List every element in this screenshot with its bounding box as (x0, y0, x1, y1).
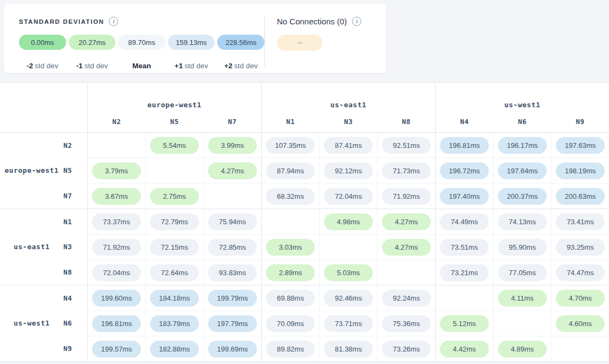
latency-pill[interactable]: 70.09ms (266, 315, 315, 332)
row-node-label: N2 (63, 141, 87, 150)
latency-pill[interactable]: 89.82ms (266, 341, 315, 358)
latency-pill[interactable]: 3.03ms (266, 239, 315, 256)
row-region-label: us-east1 (0, 243, 63, 251)
latency-pill[interactable]: 68.32ms (266, 188, 315, 205)
latency-pill[interactable]: 196.17ms (498, 137, 547, 154)
matrix-cell: 69.88ms (261, 285, 319, 310)
matrix-cell: 72.15ms (145, 234, 203, 259)
latency-pill[interactable]: 5.12ms (440, 315, 489, 332)
latency-pill[interactable]: 197.64ms (498, 162, 547, 179)
matrix-cell: 199.60ms (87, 285, 145, 310)
latency-pill[interactable]: 3.79ms (92, 162, 141, 179)
latency-pill[interactable]: 199.69ms (208, 341, 257, 358)
info-icon[interactable]: i (109, 17, 118, 26)
row-node-label: N9 (63, 344, 87, 353)
latency-pill[interactable]: 75.36ms (382, 315, 431, 332)
latency-pill[interactable]: 3.99ms (208, 137, 257, 154)
legend-label-text: -1std dev (76, 62, 108, 70)
latency-pill[interactable]: 93.83ms (208, 264, 257, 281)
latency-pill[interactable]: 74.47ms (556, 264, 605, 281)
latency-pill[interactable]: 197.63ms (556, 137, 605, 154)
latency-pill[interactable]: 73.21ms (440, 264, 489, 281)
latency-pill[interactable]: 87.94ms (266, 162, 315, 179)
latency-pill[interactable]: 4.60ms (556, 315, 605, 332)
matrix-row-N9: N9199.57ms182.88ms199.69ms89.82ms81.38ms… (0, 336, 609, 361)
latency-pill[interactable]: 77.05ms (498, 264, 547, 281)
matrix-cell (493, 310, 551, 336)
latency-pill[interactable]: 4.98ms (324, 213, 373, 230)
latency-pill[interactable]: 87.41ms (324, 137, 373, 154)
latency-pill[interactable]: 92.12ms (324, 162, 373, 179)
header-node-N2: N2 (88, 110, 146, 132)
latency-pill[interactable]: 69.88ms (266, 290, 315, 307)
info-icon[interactable]: i (352, 17, 361, 26)
latency-pill[interactable]: 5.03ms (324, 264, 373, 281)
latency-pill[interactable]: 4.42ms (440, 341, 489, 358)
matrix-row-N6: us-west1N6196.81ms183.79ms197.79ms70.09m… (0, 310, 609, 336)
latency-pill[interactable]: 73.51ms (440, 239, 489, 256)
matrix-header: europe-west1N2N5N7us-east1N1N3N8us-west1… (0, 83, 609, 132)
latency-pill[interactable]: 2.89ms (266, 264, 315, 281)
latency-pill[interactable]: 93.25ms (556, 239, 605, 256)
latency-pill[interactable]: 4.70ms (556, 290, 605, 307)
latency-pill[interactable]: 92.51ms (382, 137, 431, 154)
latency-pill[interactable]: 4.11ms (498, 290, 547, 307)
latency-pill[interactable]: 5.54ms (150, 137, 199, 154)
matrix-cell: 197.79ms (203, 310, 261, 336)
latency-pill[interactable]: 71.92ms (382, 188, 431, 205)
latency-pill[interactable]: 4.27ms (382, 213, 431, 230)
latency-pill[interactable]: 95.90ms (498, 239, 547, 256)
matrix-cell: 4.27ms (203, 158, 261, 183)
latency-pill[interactable]: 199.60ms (92, 290, 141, 307)
matrix-cell: 196.81ms (87, 310, 145, 336)
header-group-us-east1: us-east1N1N3N8 (261, 83, 435, 132)
latency-pill[interactable]: 4.27ms (208, 162, 257, 179)
latency-pill[interactable]: 92.46ms (324, 290, 373, 307)
latency-pill[interactable]: 92.24ms (382, 290, 431, 307)
matrix-cell: 72.85ms (203, 234, 261, 259)
latency-pill[interactable]: 2.75ms (150, 188, 199, 205)
latency-pill[interactable]: 71.73ms (382, 162, 431, 179)
latency-pill[interactable]: 72.04ms (324, 188, 373, 205)
latency-pill[interactable]: 196.72ms (440, 162, 489, 179)
latency-pill[interactable]: 74.49ms (440, 213, 489, 230)
latency-pill[interactable]: 197.79ms (208, 315, 257, 332)
latency-pill[interactable]: 182.88ms (150, 341, 199, 358)
latency-pill[interactable]: 200.63ms (556, 188, 605, 205)
latency-pill[interactable]: 197.40ms (440, 188, 489, 205)
latency-pill[interactable]: 75.94ms (208, 213, 257, 230)
latency-pill[interactable]: 198.19ms (556, 162, 605, 179)
latency-pill[interactable]: 81.38ms (324, 341, 373, 358)
latency-pill[interactable]: 196.81ms (92, 315, 141, 332)
latency-pill[interactable]: 200.37ms (498, 188, 547, 205)
row-header-N3: us-east1N3 (0, 234, 87, 259)
matrix-cell: 72.04ms (87, 259, 145, 285)
latency-pill[interactable]: 4.89ms (498, 341, 547, 358)
matrix-cell (319, 234, 377, 259)
latency-pill[interactable]: 72.15ms (150, 239, 199, 256)
legend-label: Mean (118, 56, 165, 70)
matrix-cell: 4.60ms (551, 310, 609, 336)
latency-pill[interactable]: 73.26ms (382, 341, 431, 358)
latency-pill[interactable]: 4.27ms (382, 239, 431, 256)
latency-pill[interactable]: 199.79ms (208, 290, 257, 307)
header-region-label: us-east1 (262, 83, 435, 110)
latency-pill[interactable]: 74.13ms (498, 213, 547, 230)
row-header-N9: N9 (0, 336, 87, 361)
latency-pill[interactable]: 196.81ms (440, 137, 489, 154)
latency-pill[interactable]: 72.85ms (208, 239, 257, 256)
latency-pill[interactable]: 183.79ms (150, 315, 199, 332)
latency-pill[interactable]: 72.79ms (150, 213, 199, 230)
legend-pill-plus2: 228.56ms (217, 35, 264, 50)
latency-pill[interactable]: 107.35ms (266, 137, 315, 154)
latency-pill[interactable]: 184.18ms (150, 290, 199, 307)
latency-pill[interactable]: 73.37ms (92, 213, 141, 230)
latency-pill[interactable]: 199.57ms (92, 341, 141, 358)
latency-pill[interactable]: 73.71ms (324, 315, 373, 332)
latency-pill[interactable]: 72.64ms (150, 264, 199, 281)
matrix-row-N8: N872.04ms72.64ms93.83ms2.89ms5.03ms73.21… (0, 259, 609, 285)
latency-pill[interactable]: 3.67ms (92, 188, 141, 205)
latency-pill[interactable]: 73.41ms (556, 213, 605, 230)
latency-pill[interactable]: 72.04ms (92, 264, 141, 281)
latency-pill[interactable]: 71.92ms (92, 239, 141, 256)
